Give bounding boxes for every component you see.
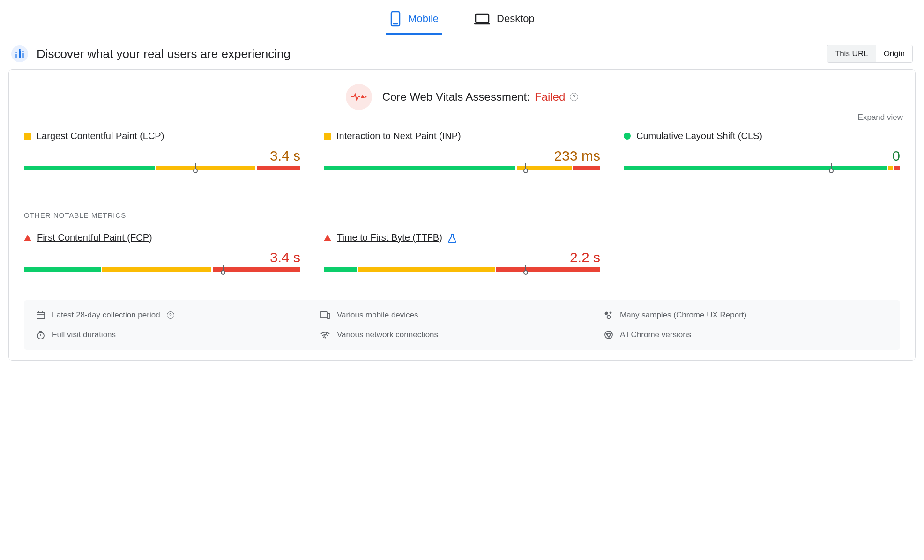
svg-point-17 [829, 169, 833, 173]
metric-inp-value: 233 ms [324, 148, 600, 164]
dataset-info: Latest 28-day collection period ? Variou… [24, 300, 900, 350]
metric-inp-bar [324, 166, 600, 177]
svg-point-31 [607, 316, 611, 319]
triangle-red-icon [24, 235, 31, 241]
assessment-label: Core Web Vitals Assessment: [382, 90, 530, 103]
scope-this-url[interactable]: This URL [827, 45, 876, 62]
svg-rect-4 [15, 54, 17, 58]
svg-rect-2 [476, 14, 489, 22]
expand-view-link[interactable]: Expand view [21, 113, 903, 122]
marker-icon [221, 265, 225, 275]
info-versions: All Chrome versions [604, 330, 888, 339]
svg-point-7 [15, 52, 17, 53]
other-metrics-heading: OTHER NOTABLE METRICS [24, 211, 900, 219]
svg-point-11 [365, 96, 366, 98]
marker-icon [193, 163, 198, 173]
metric-cls-bar [624, 166, 900, 177]
tab-mobile[interactable]: Mobile [386, 5, 442, 35]
svg-rect-6 [22, 53, 24, 58]
metric-cls-name[interactable]: Cumulative Layout Shift (CLS) [636, 131, 762, 141]
wifi-icon [320, 331, 330, 339]
info-durations: Full visit durations [36, 330, 320, 339]
tab-desktop-label: Desktop [497, 13, 535, 25]
metric-lcp-name[interactable]: Largest Contentful Paint (LCP) [37, 131, 164, 141]
info-period: Latest 28-day collection period ? [36, 310, 320, 320]
flask-icon [448, 233, 456, 243]
svg-point-13 [194, 169, 197, 173]
svg-rect-5 [19, 51, 21, 58]
metric-fcp-value: 3.4 s [24, 250, 300, 265]
form-factor-tabs: Mobile Desktop [8, 0, 916, 35]
svg-point-15 [524, 169, 528, 173]
metric-lcp[interactable]: Largest Contentful Paint (LCP) 3.4 s [24, 131, 300, 177]
period-help-icon[interactable]: ? [167, 311, 174, 319]
square-amber-icon [24, 133, 31, 140]
stopwatch-icon [36, 330, 45, 339]
marker-icon [523, 265, 528, 275]
metric-ttfb-value: 2.2 s [324, 250, 600, 265]
other-metrics-grid: First Contentful Paint (FCP) 3.4 s [19, 232, 905, 279]
metric-fcp[interactable]: First Contentful Paint (FCP) 3.4 s [24, 232, 300, 279]
circle-green-icon [624, 133, 631, 140]
crux-report-link[interactable]: Chrome UX Report [676, 310, 744, 319]
metric-ttfb-name[interactable]: Time to First Byte (TTFB) [337, 232, 442, 243]
scope-origin[interactable]: Origin [876, 45, 912, 62]
desktop-icon [474, 12, 490, 25]
metric-inp[interactable]: Interaction to Next Paint (INP) 233 ms [324, 131, 600, 177]
marker-icon [523, 163, 528, 173]
metric-lcp-bar [24, 166, 300, 177]
svg-rect-26 [320, 312, 327, 317]
assessment-row: Core Web Vitals Assessment: Failed ? [19, 84, 905, 110]
chrome-icon [604, 330, 613, 339]
crux-users-icon [11, 45, 28, 62]
svg-marker-10 [361, 95, 365, 98]
svg-rect-22 [37, 312, 45, 319]
metric-inp-name[interactable]: Interaction to Next Paint (INP) [336, 131, 461, 141]
info-network: Various network connections [320, 330, 604, 339]
metric-cls-value: 0 [624, 148, 900, 164]
core-metrics-grid: Largest Contentful Paint (LCP) 3.4 s [19, 131, 905, 177]
svg-point-8 [19, 49, 21, 51]
metric-lcp-value: 3.4 s [24, 148, 300, 164]
metric-cls[interactable]: Cumulative Layout Shift (CLS) 0 [624, 131, 900, 177]
svg-point-36 [325, 337, 326, 339]
devices-icon [320, 311, 330, 319]
scatter-icon [604, 311, 613, 319]
svg-point-9 [22, 51, 24, 52]
mobile-icon [389, 10, 402, 27]
info-samples: Many samples (Chrome UX Report) [604, 310, 888, 320]
tab-mobile-label: Mobile [408, 13, 439, 25]
marker-icon [829, 163, 834, 173]
triangle-red-icon [324, 235, 331, 241]
divider [24, 197, 900, 197]
svg-point-19 [221, 271, 225, 274]
metric-ttfb[interactable]: Time to First Byte (TTFB) 2.2 s [324, 232, 600, 279]
metric-fcp-bar [24, 267, 300, 279]
tab-desktop[interactable]: Desktop [470, 5, 538, 35]
metric-fcp-name[interactable]: First Contentful Paint (FCP) [37, 232, 152, 243]
metric-ttfb-bar [324, 267, 600, 279]
assessment-status: Failed [535, 90, 565, 103]
assessment-help-icon[interactable]: ? [570, 93, 578, 101]
vitals-status-icon [346, 84, 372, 110]
svg-point-30 [610, 312, 611, 314]
info-devices: Various mobile devices [320, 310, 604, 320]
square-amber-icon [324, 133, 331, 140]
scope-toggle: This URL Origin [827, 45, 913, 63]
calendar-icon [36, 310, 45, 320]
svg-point-21 [524, 271, 528, 274]
section-title: Discover what your real users are experi… [37, 47, 819, 61]
svg-point-29 [605, 312, 608, 315]
field-data-card: Core Web Vitals Assessment: Failed ? Exp… [8, 69, 916, 361]
